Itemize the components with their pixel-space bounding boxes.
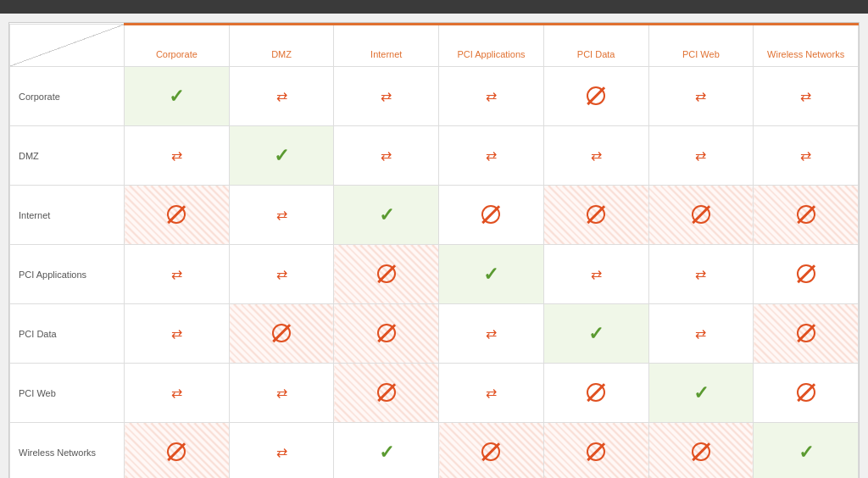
arrows-icon: ⇄ (695, 326, 706, 341)
col-header-5: PCI Web (648, 25, 754, 67)
cell-1-5: ⇄ (648, 126, 754, 186)
cell-2-0 (125, 186, 230, 245)
block-icon (587, 86, 605, 105)
cell-4-2 (334, 304, 439, 364)
arrows-icon: ⇄ (591, 267, 602, 281)
cell-6-1: ⇄ (229, 423, 334, 479)
arrows-icon: ⇄ (171, 386, 182, 400)
table-row: Internet⇄✓ (10, 186, 859, 245)
corner-header (10, 25, 125, 67)
cell-3-6 (754, 245, 859, 304)
arrows-icon: ⇄ (381, 148, 392, 163)
cell-6-2: ✓ (334, 423, 439, 479)
cell-4-4: ✓ (543, 304, 648, 364)
cell-6-5 (648, 423, 754, 479)
cell-4-3: ⇄ (439, 304, 544, 364)
compliance-matrix: CorporateDMZInternetPCI ApplicationsPCI … (9, 23, 859, 478)
table-row: PCI Applications⇄⇄✓⇄⇄ (10, 245, 859, 304)
cell-3-3: ✓ (439, 245, 544, 304)
cell-1-6: ⇄ (754, 126, 859, 186)
check-icon: ✓ (379, 204, 394, 225)
arrows-icon: ⇄ (695, 148, 706, 163)
block-icon (481, 205, 500, 224)
cell-3-5: ⇄ (648, 245, 754, 304)
arrows-icon: ⇄ (486, 326, 497, 341)
row-header-4: PCI Data (10, 304, 125, 364)
block-icon (377, 324, 396, 342)
col-header-3: PCI Applications (439, 25, 544, 67)
cell-1-3: ⇄ (439, 126, 544, 186)
cell-4-5: ⇄ (648, 304, 754, 364)
block-icon (167, 442, 186, 461)
cell-5-0: ⇄ (125, 364, 230, 423)
arrows-icon: ⇄ (381, 89, 392, 103)
cell-2-4 (543, 186, 648, 245)
table-row: PCI Web⇄⇄⇄✓ (10, 364, 859, 423)
cell-6-4 (543, 423, 648, 479)
block-icon (797, 383, 815, 402)
col-header-1: DMZ (229, 25, 334, 67)
cell-2-5 (648, 186, 754, 245)
cell-3-2 (334, 245, 439, 304)
cell-0-6: ⇄ (754, 67, 859, 126)
check-icon: ✓ (693, 382, 709, 403)
cell-2-6 (754, 186, 859, 245)
cell-6-0 (125, 423, 230, 479)
block-icon (377, 264, 396, 283)
block-icon (481, 442, 500, 461)
cell-1-4: ⇄ (543, 126, 648, 186)
cell-0-4 (543, 67, 648, 126)
check-icon: ✓ (379, 442, 394, 463)
table-row: DMZ⇄✓⇄⇄⇄⇄⇄ (10, 126, 859, 186)
arrows-icon: ⇄ (800, 89, 811, 103)
block-icon (797, 264, 815, 283)
cell-2-1: ⇄ (229, 186, 334, 245)
check-icon: ✓ (483, 264, 498, 285)
check-icon: ✓ (169, 86, 184, 107)
arrows-icon: ⇄ (171, 267, 182, 281)
cell-5-1: ⇄ (229, 364, 334, 423)
arrows-icon: ⇄ (486, 89, 497, 103)
row-header-3: PCI Applications (10, 245, 125, 304)
row-header-2: Internet (10, 186, 125, 245)
cell-5-4 (543, 364, 648, 423)
arrows-icon: ⇄ (695, 267, 706, 281)
block-icon (692, 205, 710, 224)
table-row: Corporate✓⇄⇄⇄⇄⇄ (10, 67, 859, 126)
cell-3-4: ⇄ (543, 245, 648, 304)
cell-6-6: ✓ (754, 423, 859, 479)
cell-1-0: ⇄ (125, 126, 230, 186)
col-header-6: Wireless Networks (754, 25, 859, 67)
cell-5-2 (334, 364, 439, 423)
arrows-icon: ⇄ (695, 89, 706, 103)
block-icon (587, 442, 605, 461)
cell-5-3: ⇄ (439, 364, 544, 423)
cell-5-5: ✓ (648, 364, 754, 423)
arrows-icon: ⇄ (591, 148, 602, 163)
arrows-icon: ⇄ (171, 148, 182, 163)
cell-0-1: ⇄ (229, 67, 334, 126)
block-icon (797, 205, 815, 224)
cell-6-3 (439, 423, 544, 479)
arrows-icon: ⇄ (276, 386, 287, 400)
block-icon (587, 205, 605, 224)
arrows-icon: ⇄ (276, 267, 287, 281)
check-icon: ✓ (274, 145, 289, 166)
cell-0-2: ⇄ (334, 67, 439, 126)
col-header-2: Internet (334, 25, 439, 67)
cell-3-0: ⇄ (125, 245, 230, 304)
row-header-6: Wireless Networks (10, 423, 125, 479)
cell-2-2: ✓ (334, 186, 439, 245)
title-bar (0, 0, 868, 14)
arrows-icon: ⇄ (276, 208, 287, 222)
block-icon (167, 205, 186, 224)
arrows-icon: ⇄ (171, 326, 182, 341)
check-icon: ✓ (798, 442, 814, 463)
block-icon (692, 442, 710, 461)
arrows-icon: ⇄ (486, 386, 497, 400)
cell-1-2: ⇄ (334, 126, 439, 186)
cell-0-3: ⇄ (439, 67, 544, 126)
check-icon: ✓ (588, 323, 604, 344)
row-header-0: Corporate (10, 67, 125, 126)
arrows-icon: ⇄ (800, 148, 811, 163)
